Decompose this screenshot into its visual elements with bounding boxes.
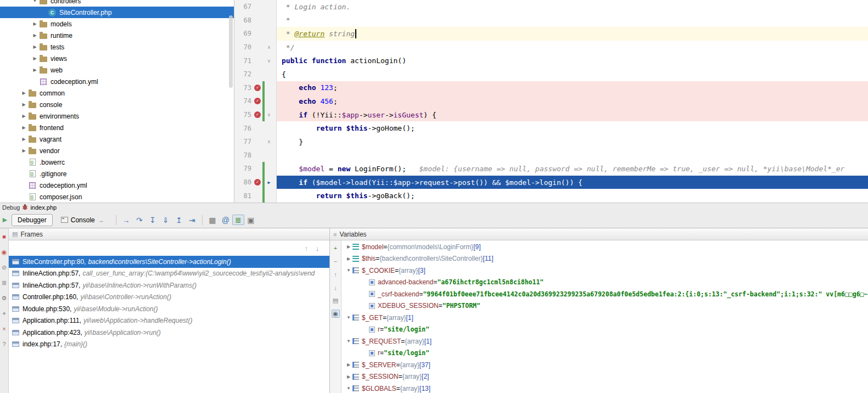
step-out-icon[interactable]: ↥ <box>172 215 186 226</box>
fold-arrow-icon[interactable]: ∧ <box>267 44 270 50</box>
chevron-down-icon[interactable]: ▼ <box>345 315 352 320</box>
chevron-right-icon[interactable]: ▶ <box>20 148 28 153</box>
tree-item-sitecontroller-php[interactable]: SiteController.php <box>0 7 234 18</box>
variable-row-globals[interactable]: ▼$GLOBALS = {array} [13] <box>341 383 868 393</box>
mute-breakpoints-icon[interactable]: ⊘ <box>1 263 8 271</box>
variable-row-get[interactable]: ▼$_GET = {array} [1] <box>341 312 868 324</box>
fold-arrow-icon[interactable]: ∧ <box>267 139 270 144</box>
tree-item-views[interactable]: ▶views <box>0 53 234 64</box>
tree-item-web[interactable]: ▶web <box>0 64 234 76</box>
code-line-text[interactable]: { <box>277 68 868 81</box>
tree-item-controllers[interactable]: ▼controllers <box>0 0 234 7</box>
variable-row-xdebug-session[interactable]: XDEBUG_SESSION = "PHPSTORM" <box>341 300 868 312</box>
tree-item-environments[interactable]: ▶environments <box>0 110 234 122</box>
fold-arrow-icon[interactable]: ∨ <box>267 112 270 117</box>
tree-item-runtime[interactable]: ▶runtime <box>0 30 234 41</box>
restore-layout-icon[interactable]: ≣ <box>1 279 8 287</box>
resume-icon[interactable]: ▶ <box>1 216 9 223</box>
tree-item-vagrant[interactable]: ▶vagrant <box>0 133 234 145</box>
chevron-right-icon[interactable]: ▶ <box>31 68 39 72</box>
code-line-text[interactable]: * <box>277 14 868 27</box>
restore-layout-icon[interactable]: ▣ <box>244 215 257 226</box>
frame-row-controller-php-160[interactable]: Controller.php:160, yii\base\Controller-… <box>9 291 329 304</box>
tree-item-tests[interactable]: ▶tests <box>0 41 234 53</box>
chevron-down-icon[interactable]: ▼ <box>345 339 352 344</box>
frame-down-icon[interactable]: ↓ <box>312 243 323 254</box>
tab-debugger[interactable]: Debugger <box>12 214 53 226</box>
chevron-right-icon[interactable]: ▶ <box>31 44 39 49</box>
breakpoint-icon[interactable]: ✓ <box>254 111 261 118</box>
step-into-icon[interactable]: ↧ <box>146 215 159 226</box>
variable-row-advanced-backend[interactable]: advanced-backend = "a676ihctr8gc1cml5n8c… <box>341 277 868 289</box>
variable-row-request[interactable]: ▼$_REQUEST = {array} [1] <box>341 335 868 347</box>
tree-scrollbar[interactable] <box>229 15 233 88</box>
tree-item-codeception-yml[interactable]: codeception.yml <box>0 76 234 87</box>
chevron-down-icon[interactable]: ▼ <box>345 386 352 391</box>
frame-row-inlineaction-php-57[interactable]: InlineAction.php:57, call_user_func_arra… <box>9 268 329 280</box>
code-line-text[interactable]: if ($model->load(Yii::$app->request->pos… <box>277 176 868 189</box>
jump-to-output-icon[interactable]: → <box>98 217 104 223</box>
variable-row-this[interactable]: ▶$this = {backend\controllers\SiteContro… <box>341 253 868 265</box>
tree-item-common[interactable]: ▶common <box>0 87 234 99</box>
frame-row-application-php-423[interactable]: Application.php:423, yii\base\Applicatio… <box>9 327 329 339</box>
frame-row-module-php-530[interactable]: Module.php:530, yii\base\Module->runActi… <box>9 303 329 315</box>
fold-arrow-icon[interactable]: ∨ <box>267 58 270 64</box>
code-line-text[interactable]: echo 123; <box>277 81 868 95</box>
add-watch-icon[interactable]: + <box>332 244 340 252</box>
help-icon[interactable]: ? <box>1 340 8 348</box>
code-line-text[interactable]: return $this->goHome(); <box>277 121 868 135</box>
code-line-text[interactable]: $model = new LoginForm(); $model: {usern… <box>277 162 868 176</box>
tree-item-composer-json[interactable]: composer.json <box>0 191 234 203</box>
chevron-right-icon[interactable]: ▶ <box>345 256 352 261</box>
tree-item-console[interactable]: ▶console <box>0 99 234 110</box>
close-icon[interactable]: × <box>1 325 8 333</box>
frame-row-sitecontroller-php-80[interactable]: SiteController.php:80, backend\controlle… <box>9 256 329 268</box>
variable-row-model[interactable]: ▶$model = {common\models\LoginForm} [9] <box>341 241 868 253</box>
show-types-icon[interactable]: ≣ <box>232 215 244 225</box>
duplicate-icon[interactable]: ▤ <box>332 296 340 305</box>
chevron-right-icon[interactable]: ▶ <box>345 374 352 379</box>
breakpoint-icon[interactable]: ✓ <box>254 179 261 186</box>
code-line-text[interactable]: return $this->goBack(); <box>277 189 868 203</box>
tree-item-vendor[interactable]: ▶vendor <box>0 145 234 156</box>
chevron-right-icon[interactable]: ▶ <box>345 244 352 249</box>
breakpoint-icon[interactable]: ✓ <box>254 98 261 104</box>
stop-icon[interactable]: ■ <box>1 233 8 240</box>
chevron-right-icon[interactable]: ▶ <box>20 102 28 107</box>
chevron-right-icon[interactable]: ▶ <box>31 33 39 38</box>
code-line-text[interactable]: if (!Yii::$app->user->isGuest) { <box>277 108 868 122</box>
frame-up-icon[interactable]: ↑ <box>301 243 312 254</box>
variable-row-r[interactable]: r = "site/login" <box>341 324 868 336</box>
tree-item-models[interactable]: ▶models <box>0 18 234 30</box>
move-down-icon[interactable]: ↓ <box>332 283 340 291</box>
pin-icon[interactable]: ⌖ <box>1 310 8 317</box>
step-over-icon[interactable]: ↷ <box>133 215 146 226</box>
chevron-right-icon[interactable]: ▶ <box>31 21 39 26</box>
show-watches-icon[interactable]: ◉ <box>332 310 340 318</box>
breakpoint-icon[interactable]: ✓ <box>254 85 261 91</box>
code-line-text[interactable]: } <box>277 135 868 149</box>
code-line-text[interactable]: * Login action. <box>277 0 868 14</box>
settings-icon[interactable]: ⚙ <box>1 294 8 302</box>
variable-row-r[interactable]: r = "site/login" <box>341 347 868 360</box>
force-step-into-icon[interactable]: ⇓ <box>159 215 172 226</box>
chevron-right-icon[interactable]: ▶ <box>31 56 39 61</box>
view-breakpoints-icon[interactable]: ◉ <box>1 248 8 256</box>
frame-row-application-php-111[interactable]: Application.php:111, yii\web\Application… <box>9 315 329 327</box>
code-line-text[interactable]: */ <box>277 41 868 54</box>
code-line-text[interactable]: echo 456; <box>277 94 868 108</box>
variable-row-session[interactable]: ▶$_SESSION = {array} [2] <box>341 371 868 383</box>
tree-item-codeception-yml[interactable]: codeception.yml <box>0 179 234 191</box>
remove-watch-icon[interactable]: − <box>332 257 340 265</box>
code-line-text[interactable]: * @return string <box>277 27 868 41</box>
chevron-right-icon[interactable]: ▶ <box>20 137 28 142</box>
chevron-down-icon[interactable]: ▼ <box>31 0 39 3</box>
code-line-text[interactable]: public function actionLogin() <box>277 54 868 68</box>
chevron-right-icon[interactable]: ▶ <box>345 362 352 367</box>
chevron-down-icon[interactable]: ▼ <box>345 268 352 273</box>
tab-console[interactable]: Console → <box>55 214 110 226</box>
variable-row-cookie[interactable]: ▼$_COOKIE = {array} [3] <box>341 265 868 277</box>
code-line-text[interactable] <box>277 149 868 162</box>
chevron-right-icon[interactable]: ▶ <box>20 125 28 130</box>
move-up-icon[interactable]: ↑ <box>332 270 340 278</box>
